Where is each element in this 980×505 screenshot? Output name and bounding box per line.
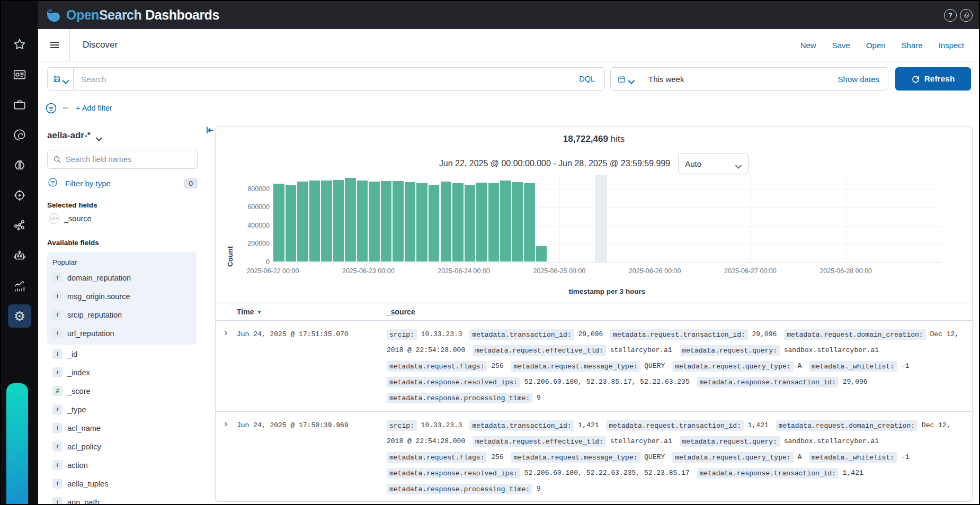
show-dates-button[interactable]: Show dates (838, 75, 879, 84)
user-mark-icon[interactable] (960, 9, 973, 22)
text-type-icon: t (52, 273, 63, 283)
nav-item-analytics-chart-icon[interactable] (8, 274, 31, 297)
histogram-bar[interactable] (476, 182, 488, 262)
nav-item-robot-icon[interactable] (8, 244, 31, 267)
field-item-domain_reputation[interactable]: tdomain_reputation (51, 268, 197, 287)
nav-item-gear-icon[interactable]: ⚙ (8, 304, 31, 328)
y-tick-label: 0 (235, 258, 270, 266)
search-group: Search DQL (47, 67, 605, 91)
field-pair: metadata.request.transaction_id: 1,421 (606, 421, 768, 429)
field-item-acl_name[interactable]: tacl_name (51, 419, 197, 437)
nav-item-network-graph-icon[interactable] (8, 214, 31, 237)
selected-fields-heading: Selected fields (47, 201, 198, 209)
date-quick-select-button[interactable] (611, 68, 641, 90)
x-axis-title: timestamp per 3 hours (273, 287, 941, 295)
histogram-bar[interactable] (428, 184, 440, 262)
field-item-_id[interactable]: t_id (51, 345, 197, 363)
histogram-bar[interactable] (452, 183, 464, 262)
query-language-button[interactable]: DQL (577, 75, 597, 83)
histogram-bar[interactable] (273, 183, 285, 262)
field-pair: metadata.request.transaction_id: 29,096 (610, 330, 777, 338)
histogram-bar[interactable] (309, 180, 321, 262)
histogram-bar[interactable] (368, 181, 380, 262)
header-action-links: NewSaveOpenShareInspect (800, 41, 964, 50)
histogram-bar[interactable] (404, 182, 416, 262)
header-action-new[interactable]: New (800, 41, 816, 50)
field-pair: metadata.request.flags: 256 (387, 362, 504, 370)
field-item-_source[interactable]: </>_source (47, 209, 198, 228)
histogram-bar[interactable] (297, 181, 309, 262)
x-tick-label: 2025-06-22 00:00 (247, 267, 299, 275)
field-name: _index (67, 368, 90, 377)
histogram-bar[interactable] (488, 183, 500, 262)
field-item-aella_tuples[interactable]: taella_tuples (51, 474, 197, 493)
histogram-chart: Count 0200000400000600000800000 2025-06-… (216, 173, 972, 303)
header-action-inspect[interactable]: Inspect (939, 41, 964, 50)
interval-select[interactable]: Auto (678, 153, 749, 174)
v-gridline (750, 175, 751, 262)
index-pattern-selector[interactable]: aella-adr-* (47, 130, 198, 141)
histogram-bar[interactable] (333, 179, 345, 262)
help-icon[interactable]: ? (944, 9, 957, 22)
histogram-bar[interactable] (392, 181, 404, 262)
field-item-msg_origin.source[interactable]: tmsg_origin.source (51, 287, 197, 305)
hits-count: 18,722,469 (563, 134, 608, 144)
saved-query-menu-button[interactable] (48, 68, 74, 90)
histogram-bar[interactable] (416, 183, 428, 262)
field-item-app_path[interactable]: tapp_path (51, 493, 197, 504)
field-name-pill: metadata.request.transaction_id: (606, 420, 744, 431)
nav-item-dashboard-card-icon[interactable] (8, 63, 31, 86)
menu-hamburger-icon[interactable] (47, 38, 62, 52)
histogram-bar[interactable] (344, 177, 357, 262)
refresh-label: Refresh (924, 74, 955, 84)
histogram-bar[interactable] (285, 185, 297, 262)
collapse-sidebar-button[interactable] (206, 126, 214, 134)
histogram-bar[interactable] (523, 183, 536, 262)
nav-item-briefcase-icon[interactable] (8, 93, 31, 116)
filter-by-type-button[interactable]: Filter by type (65, 179, 111, 188)
refresh-button[interactable]: Refresh (895, 67, 971, 91)
header-action-save[interactable]: Save (832, 41, 850, 50)
date-range-value[interactable]: This week (648, 75, 684, 84)
histogram-bar[interactable] (320, 180, 333, 262)
histogram-bar[interactable] (440, 181, 452, 262)
filter-icon[interactable] (44, 102, 58, 115)
field-pair: metadata.response.resolved_ips: 52.206.6… (387, 469, 690, 477)
nav-item-swirl-icon[interactable] (8, 123, 31, 147)
field-item-_type[interactable]: t_type (51, 400, 197, 419)
field-item-_score[interactable]: #_score (51, 382, 197, 400)
results-panel: 18,722,469 hits Jun 22, 2025 @ 00:00:00.… (215, 126, 973, 502)
y-axis-title: Count (226, 246, 234, 267)
field-item-acl_policy[interactable]: tacl_policy (51, 437, 197, 456)
histogram-bar[interactable] (357, 180, 369, 262)
field-pair: metadata.response.processing_time: 9 (387, 485, 541, 493)
field-item-srcip_reputation[interactable]: tsrcip_reputation (51, 305, 197, 324)
histogram-bar[interactable] (536, 246, 548, 262)
field-item-action[interactable]: taction (51, 456, 197, 474)
histogram-bar[interactable] (512, 182, 524, 262)
expand-row-icon[interactable]: › (224, 327, 227, 338)
time-column-header[interactable]: Time▼ (237, 308, 387, 316)
chart-plot-area[interactable] (273, 175, 941, 263)
date-picker-group: This week Show dates (610, 67, 888, 91)
field-name-pill: metadata.request.effective_tld: (473, 436, 606, 447)
add-filter-button[interactable]: + Add filter (76, 104, 112, 112)
field-item-url_reputation[interactable]: turl_reputation (51, 324, 197, 342)
field-search-input[interactable]: Search field names (47, 150, 198, 169)
search-input[interactable]: Search DQL (74, 68, 604, 90)
histogram-bar[interactable] (464, 184, 476, 262)
field-item-_index[interactable]: t_index (51, 363, 197, 382)
header-action-open[interactable]: Open (866, 41, 886, 50)
histogram-bar[interactable] (380, 181, 393, 262)
histogram-bar[interactable] (500, 180, 512, 262)
nav-item-target-icon[interactable] (8, 184, 31, 207)
nav-item-star-icon[interactable] (8, 33, 31, 56)
header-action-share[interactable]: Share (902, 41, 923, 50)
source-header-label: _source (387, 308, 415, 316)
nav-item-brain-icon[interactable] (8, 154, 31, 177)
sort-desc-icon[interactable]: ▼ (256, 309, 262, 315)
time-range-text: Jun 22, 2025 @ 00:00:00.000 - Jun 28, 20… (439, 159, 670, 168)
expand-row-icon[interactable]: › (224, 418, 227, 429)
left-nav-rail: ⚙ (1, 1, 38, 504)
opensearch-logo: OpenSearchDashboards (45, 7, 219, 24)
